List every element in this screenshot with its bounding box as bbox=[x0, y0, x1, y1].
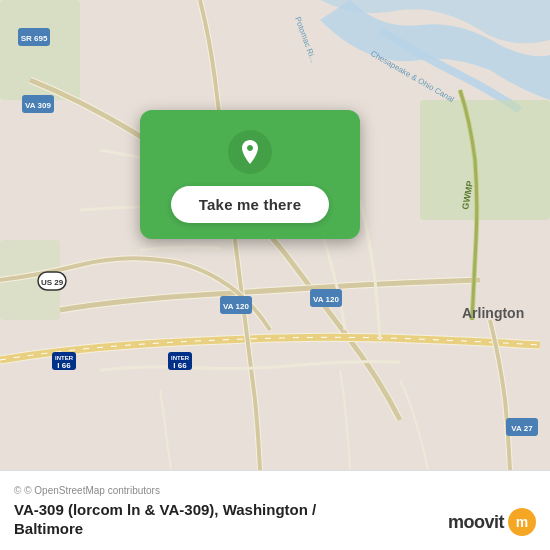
svg-text:Arlington: Arlington bbox=[462, 305, 524, 321]
svg-rect-1 bbox=[420, 100, 550, 220]
svg-text:I 66: I 66 bbox=[57, 361, 71, 370]
popup-card: Take me there bbox=[140, 110, 360, 239]
svg-text:SR 695: SR 695 bbox=[21, 34, 48, 43]
moovit-logo: moovit m bbox=[448, 508, 536, 536]
copyright-line: © © OpenStreetMap contributors bbox=[14, 485, 536, 496]
take-me-there-button[interactable]: Take me there bbox=[171, 186, 329, 223]
location-pin-icon bbox=[228, 130, 272, 174]
copyright-symbol: © bbox=[14, 485, 21, 496]
svg-text:US 29: US 29 bbox=[41, 278, 64, 287]
svg-text:VA 309: VA 309 bbox=[25, 101, 51, 110]
map-container: SR 695 VA 309 US 29 VA 120 INTER I 66 IN… bbox=[0, 0, 550, 470]
moovit-brand-text: moovit bbox=[448, 512, 504, 533]
svg-text:VA 27: VA 27 bbox=[511, 424, 533, 433]
svg-text:I 66: I 66 bbox=[173, 361, 187, 370]
bottom-bar: © © OpenStreetMap contributors VA-309 (l… bbox=[0, 470, 550, 550]
svg-text:VA 120: VA 120 bbox=[223, 302, 249, 311]
moovit-logo-icon: m bbox=[508, 508, 536, 536]
svg-text:VA 120: VA 120 bbox=[313, 295, 339, 304]
copyright-text: © OpenStreetMap contributors bbox=[24, 485, 160, 496]
